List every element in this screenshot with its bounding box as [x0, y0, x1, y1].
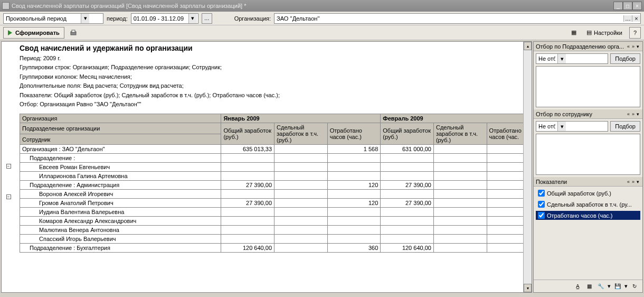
report-meta-line: Дополнительные поля: Вид расчета; Сотруд…: [20, 82, 519, 90]
row-label: Организация : ЗАО "Дельтаон": [20, 145, 221, 154]
generate-button[interactable]: Сформировать: [3, 27, 64, 39]
table-row[interactable]: Евсеев Роман Евгеньевич: [20, 163, 524, 172]
font-icon[interactable]: A̲: [573, 282, 582, 291]
grid-icon-button[interactable]: ▦: [568, 27, 580, 39]
table-row[interactable]: Подразделение : Бухгалтерия 120 640,00 3…: [20, 244, 524, 253]
table-row[interactable]: Иудина Валентина Валерьевна: [20, 208, 524, 217]
table-row[interactable]: Организация : ЗАО "Дельтаон" 635 013,33 …: [20, 145, 524, 154]
period-value-input[interactable]: [131, 15, 188, 22]
table-row[interactable]: Комаров Александр Александрович: [20, 217, 524, 226]
dept-filter-input[interactable]: [536, 55, 557, 62]
period-type-combo[interactable]: ▾: [3, 13, 103, 24]
panel-dd-icon[interactable]: ▾: [636, 44, 640, 49]
app-icon: [2, 2, 10, 10]
cell: 27 390,00: [381, 181, 434, 190]
cell: [274, 217, 328, 226]
col-sub1: Общий заработок (руб.): [221, 123, 274, 145]
panel-ind-header: Показатели « » ▾: [534, 177, 642, 187]
row-label: Спасский Игорь Валерьевич: [20, 235, 221, 244]
maximize-button[interactable]: □: [623, 2, 632, 10]
cell: [274, 190, 328, 199]
period-type-input[interactable]: [4, 15, 81, 22]
dropdown-icon[interactable]: ▾: [557, 122, 566, 131]
grid-icon[interactable]: ▦: [584, 282, 594, 291]
row-label: Комаров Александр Александрович: [20, 217, 221, 226]
cell: [274, 235, 328, 244]
svg-rect-1: [72, 30, 75, 32]
indicator-row-selected[interactable]: Отработано часов (час.): [536, 211, 640, 220]
dept-pick-button[interactable]: Подбор: [610, 53, 640, 64]
dropdown-icon[interactable]: ▾: [557, 54, 566, 63]
org-field[interactable]: … ×: [274, 13, 641, 24]
help-button[interactable]: ?: [629, 27, 641, 39]
scroll-down-icon[interactable]: ▾: [524, 284, 532, 292]
panel-prev-icon[interactable]: «: [626, 112, 631, 117]
tree-collapse-node[interactable]: −: [6, 164, 11, 169]
print-button[interactable]: [68, 27, 79, 39]
generate-label: Сформировать: [15, 30, 60, 36]
indicator-checkbox[interactable]: [538, 201, 545, 208]
panel-dd-icon[interactable]: ▾: [636, 112, 640, 117]
period-value-dropdown-icon[interactable]: ▾: [188, 14, 197, 23]
panel-next-icon[interactable]: »: [631, 44, 636, 49]
table-row[interactable]: Подразделение :: [20, 154, 524, 163]
cell: [327, 163, 381, 172]
row-label: Подразделение : Бухгалтерия: [20, 244, 221, 253]
cell: [327, 208, 381, 217]
cell: [221, 235, 274, 244]
cell: [327, 154, 381, 163]
org-clear-icon[interactable]: ×: [632, 15, 640, 22]
cell: 631 000,00: [381, 145, 434, 154]
table-row[interactable]: Подразделение : Администрация 27 390,00 …: [20, 181, 524, 190]
panel-next-icon[interactable]: »: [631, 179, 636, 184]
cell: [327, 190, 381, 199]
tree-column: − −: [2, 42, 15, 292]
table-row[interactable]: Громов Анатолий Петрович 27 390,00 120 2…: [20, 199, 524, 208]
cell: [381, 163, 434, 172]
cell: [433, 172, 487, 181]
cell: [274, 181, 328, 190]
indicator-row[interactable]: Сдельный заработок в т.ч. (ру...: [536, 200, 640, 209]
period-type-dropdown-icon[interactable]: ▾: [81, 14, 89, 23]
report-content[interactable]: Свод начислений и удержаний по организац…: [15, 42, 523, 292]
cell: [433, 235, 487, 244]
wrench-icon[interactable]: 🔧: [596, 282, 605, 291]
panel-prev-icon[interactable]: «: [626, 179, 631, 184]
report-meta-line: Группировки строк: Организация; Подразде…: [20, 63, 519, 71]
settings-button[interactable]: ▤ Настройки: [583, 27, 626, 39]
row-label: Подразделение : Администрация: [20, 181, 221, 190]
dept-filter-combo[interactable]: ▾: [536, 53, 608, 64]
panel-dd-icon[interactable]: ▾: [636, 179, 640, 184]
dept-listbox[interactable]: [536, 66, 640, 107]
table-row[interactable]: Илларионова Галина Артемовна: [20, 172, 524, 181]
emp-pick-button[interactable]: Подбор: [610, 121, 640, 132]
minimize-button[interactable]: _: [613, 2, 623, 10]
panel-next-icon[interactable]: »: [631, 112, 636, 117]
cell: [487, 235, 523, 244]
table-row[interactable]: Воронов Алексей Игоревич: [20, 190, 524, 199]
col-emp: Сотрудник: [20, 134, 221, 145]
cell: [487, 208, 523, 217]
table-row[interactable]: Спасский Игорь Валерьевич: [20, 235, 524, 244]
org-select-icon[interactable]: …: [623, 15, 632, 22]
panel-dept-title: Отбор по Подразделению орга...: [536, 43, 626, 50]
cell: [274, 172, 328, 181]
emp-filter-combo[interactable]: ▾: [536, 121, 608, 132]
emp-listbox[interactable]: [536, 134, 640, 175]
indicator-row[interactable]: Общий заработок (руб.): [536, 189, 640, 198]
save-icon[interactable]: 💾: [613, 282, 622, 291]
table-row[interactable]: Малютина Венера Антоновна: [20, 226, 524, 235]
period-dialog-button[interactable]: …: [202, 13, 212, 24]
panel-prev-icon[interactable]: «: [626, 44, 631, 49]
indicator-checkbox[interactable]: [538, 212, 545, 219]
vertical-scrollbar[interactable]: ▴ ▾: [523, 42, 532, 292]
scroll-up-icon[interactable]: ▴: [524, 42, 532, 50]
close-button[interactable]: ×: [632, 2, 642, 10]
tree-collapse-node[interactable]: −: [6, 194, 11, 199]
period-value-combo[interactable]: ▾: [131, 13, 198, 24]
emp-filter-input[interactable]: [536, 123, 557, 129]
org-input[interactable]: [274, 15, 623, 22]
indicator-checkbox[interactable]: [538, 190, 545, 197]
cell: [487, 145, 523, 154]
refresh-icon[interactable]: ↻: [630, 282, 639, 291]
